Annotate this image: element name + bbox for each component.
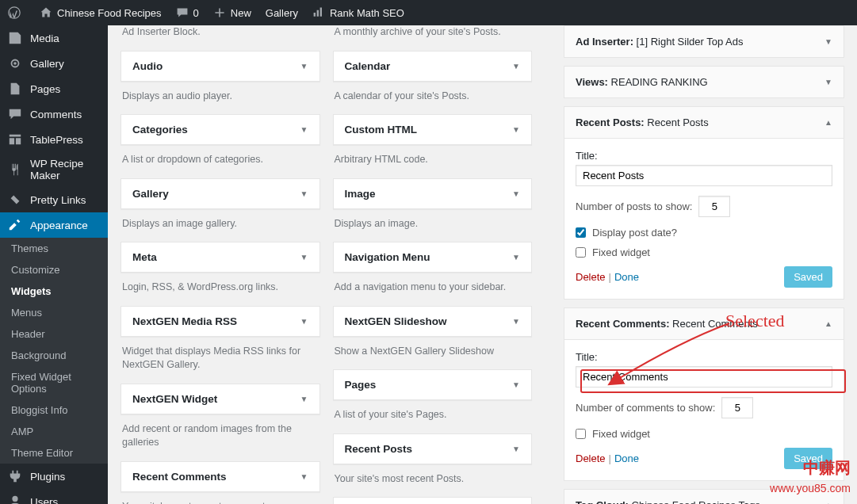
menu-pages[interactable]: Pages: [0, 76, 108, 101]
panel-tag-cloud-header[interactable]: Tag Cloud: Chinese Food Recipes Tags ▲: [564, 489, 844, 504]
chk-label: Display post date?: [592, 227, 677, 239]
chk-fixedwidget[interactable]: [576, 247, 586, 258]
done-link[interactable]: Done: [614, 452, 639, 464]
caret-down-icon: ▼: [824, 37, 832, 46]
panel-recent-comments-header[interactable]: Recent Comments: Recent Comments ▲: [564, 307, 844, 340]
caret-up-icon: ▲: [824, 319, 832, 328]
widget-recent-posts[interactable]: Recent Posts▼: [333, 433, 533, 464]
widget-nextgen-slideshow[interactable]: NextGEN Slideshow▼: [333, 306, 533, 337]
widget-desc: Show a NextGEN Gallery Slideshow: [333, 337, 533, 362]
num-input[interactable]: [698, 196, 730, 217]
sub-amp[interactable]: AMP: [0, 421, 108, 442]
widget-desc: Displays an image.: [333, 209, 533, 235]
admin-bar: Chinese Food Recipes 0 New Gallery Rank …: [0, 0, 857, 25]
widget-calendar[interactable]: Calendar▼: [333, 51, 533, 82]
sub-widgets[interactable]: Widgets: [0, 281, 108, 302]
menu-tablepress[interactable]: TablePress: [0, 127, 108, 152]
widget-title: Calendar: [345, 60, 391, 72]
new-content[interactable]: New: [213, 6, 251, 19]
saved-badge: Saved: [784, 266, 832, 288]
done-link[interactable]: Done: [614, 271, 639, 283]
caret-down-icon: ▼: [300, 253, 308, 262]
sub-themes[interactable]: Themes: [0, 238, 108, 259]
widget-image[interactable]: Image▼: [333, 178, 533, 209]
caret-down-icon: ▼: [300, 189, 308, 198]
widget-title: Recent Posts: [345, 443, 413, 455]
widget-desc: Your site's most recent Posts.: [333, 464, 533, 490]
widget-title: Categories: [132, 124, 188, 136]
sub-bloggist[interactable]: Bloggist Info: [0, 399, 108, 421]
chk-postdate[interactable]: [576, 227, 586, 238]
num-input[interactable]: [721, 397, 753, 418]
delete-link[interactable]: Delete: [576, 452, 606, 464]
wp-logo[interactable]: [8, 6, 25, 19]
menu-media[interactable]: Media: [0, 25, 108, 51]
widget-nextgen-widget[interactable]: NextGEN Widget▼: [121, 384, 320, 414]
caret-down-icon: ▼: [512, 62, 520, 71]
appearance-submenu: Themes Customize Widgets Menus Header Ba…: [0, 238, 108, 464]
caret-down-icon: ▼: [512, 189, 520, 198]
sub-themeeditor[interactable]: Theme Editor: [0, 442, 108, 464]
chk-label: Fixed widget: [592, 428, 650, 440]
panel-views[interactable]: Views: READING RANKING ▼: [564, 66, 844, 98]
rankmath-link[interactable]: Rank Math SEO: [312, 6, 404, 19]
panel-ad-inserter[interactable]: Ad Inserter: [1] Right Silder Top Ads ▼: [564, 25, 844, 58]
widget-desc: A list or dropdown of categories.: [121, 145, 320, 170]
widget-title: Audio: [132, 60, 163, 72]
widget-desc: Login, RSS, & WordPress.org links.: [121, 273, 320, 298]
menu-plugins[interactable]: Plugins: [0, 464, 108, 489]
caret-down-icon: ▼: [300, 62, 308, 71]
widget-areas: Ad Inserter: [1] Right Silder Top Ads ▼ …: [564, 25, 844, 504]
site-name[interactable]: Chinese Food Recipes: [40, 6, 162, 19]
gallery-link[interactable]: Gallery: [266, 7, 298, 19]
chk-fixedwidget[interactable]: [576, 429, 586, 439]
caret-up-icon: ▲: [824, 501, 832, 504]
widget-audio[interactable]: Audio▼: [121, 51, 320, 82]
caret-down-icon: ▼: [512, 125, 520, 134]
caret-down-icon: ▼: [512, 317, 520, 326]
widget-title: Image: [345, 188, 376, 200]
widget-nextgen-media-rss[interactable]: NextGEN Media RSS▼: [121, 306, 320, 337]
sub-background[interactable]: Background: [0, 345, 108, 366]
widget-desc: Your site's most recent comments.: [121, 492, 320, 505]
menu-wprecipe[interactable]: WP Recipe Maker: [0, 152, 108, 187]
sub-menus[interactable]: Menus: [0, 302, 108, 323]
widget-desc: A list of your site's Pages.: [333, 400, 533, 426]
saved-badge: Saved: [784, 448, 832, 469]
comments-bubble[interactable]: 0: [176, 6, 199, 19]
available-widgets-col2: A monthly archive of your site's Posts. …: [333, 25, 533, 504]
menu-comments[interactable]: Comments: [0, 101, 108, 127]
sub-header[interactable]: Header: [0, 323, 108, 345]
widget-desc: Displays an image gallery.: [121, 209, 320, 235]
menu-prettylinks[interactable]: Pretty Links: [0, 187, 108, 212]
menu-users[interactable]: Users: [0, 489, 108, 504]
widget-navigation-menu[interactable]: Navigation Menu▼: [333, 242, 533, 273]
title-input[interactable]: [576, 165, 832, 186]
widget-recent-comments[interactable]: Recent Comments▼: [121, 461, 320, 492]
widget-search[interactable]: Search▼: [333, 497, 533, 504]
admin-sidebar: Media Gallery Pages Comments TablePress …: [0, 25, 108, 504]
caret-down-icon: ▼: [512, 253, 520, 262]
widget-title: Gallery: [132, 188, 169, 200]
delete-link[interactable]: Delete: [576, 271, 606, 283]
menu-appearance[interactable]: Appearance: [0, 212, 108, 238]
widget-gallery[interactable]: Gallery▼: [121, 178, 320, 209]
widget-title: Meta: [132, 251, 157, 263]
widget-categories[interactable]: Categories▼: [121, 114, 320, 145]
available-widgets-col1: Ad Inserter Block. Audio▼Displays an aud…: [121, 25, 320, 504]
widget-custom-html[interactable]: Custom HTML▼: [333, 114, 533, 145]
title-label: Title:: [576, 351, 832, 363]
title-input[interactable]: [576, 366, 832, 388]
caret-down-icon: ▼: [300, 472, 308, 481]
widget-meta[interactable]: Meta▼: [121, 242, 320, 273]
widget-title: Navigation Menu: [345, 251, 430, 263]
panel-recent-posts-body: Title: Number of posts to show: Display …: [564, 139, 844, 300]
widget-title: Recent Comments: [132, 471, 227, 483]
caret-down-icon: ▼: [300, 125, 308, 134]
sub-fixedwidget[interactable]: Fixed Widget Options: [0, 366, 108, 399]
panel-recent-posts-header[interactable]: Recent Posts: Recent Posts ▲: [564, 106, 844, 139]
menu-gallery[interactable]: Gallery: [0, 51, 108, 76]
sub-customize[interactable]: Customize: [0, 259, 108, 281]
widget-pages[interactable]: Pages▼: [333, 369, 533, 400]
widget-title: NextGEN Slideshow: [345, 315, 447, 327]
